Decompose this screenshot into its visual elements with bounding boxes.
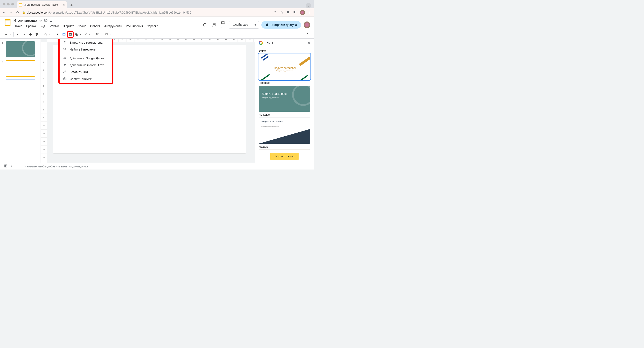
maximize-window[interactable]	[11, 3, 14, 5]
theme-card-model[interactable]	[259, 150, 310, 150]
menu-format[interactable]: Формат	[62, 23, 76, 29]
redo-button[interactable]: ↷	[22, 32, 27, 37]
browser-tab[interactable]: Итоги месяца - Google Презе ×	[17, 1, 67, 8]
select-tool[interactable]	[55, 32, 60, 37]
shape-dropdown[interactable]: ▼	[80, 33, 82, 35]
theme-card-perenos[interactable]: Введите заголовок Введите подзаголовок	[259, 86, 310, 112]
slide-number: 1	[2, 41, 4, 44]
comment-button[interactable]	[95, 32, 100, 37]
line-tool[interactable]	[83, 32, 88, 37]
filmstrip-item[interactable]: 1	[2, 41, 39, 57]
menu-insert[interactable]: Вставка	[47, 23, 61, 29]
cloud-status-icon[interactable]: ☁	[50, 19, 52, 22]
insert-image-button[interactable]	[68, 32, 73, 37]
comments-icon[interactable]	[210, 21, 217, 28]
lock-icon	[266, 23, 269, 26]
menu-bar: Файл Правка Вид Вставка Формат Слайд Объ…	[14, 23, 201, 29]
filmstrip: 1 2	[0, 39, 41, 163]
lock-icon[interactable]: 🔒	[22, 11, 25, 14]
extensions-icon[interactable]	[286, 10, 290, 15]
menu-label: Найти в Интернете	[70, 48, 96, 51]
toolbar: +▼ ↶ ↷ ▼ ▼ ▼ PV▼ ⌃	[0, 30, 314, 39]
star-icon[interactable]: ☆	[39, 19, 42, 22]
background-dropdown[interactable]: ▼	[109, 33, 111, 35]
new-slide-button[interactable]: +	[3, 32, 9, 37]
menu-help[interactable]: Справка	[145, 23, 160, 29]
theme-card-impulse[interactable]: Введите заголовок Введите подзаголовок	[259, 118, 310, 144]
address-bar[interactable]: 🔒 docs.google.com/presentation/d/1-qp78z…	[22, 11, 271, 14]
svg-point-7	[64, 48, 66, 50]
grid-view-icon[interactable]	[4, 164, 8, 168]
minimize-window[interactable]	[7, 3, 10, 5]
shape-tool[interactable]	[74, 32, 79, 37]
background-button[interactable]: PV	[104, 32, 109, 37]
document-title[interactable]: Итоги месяца	[14, 18, 37, 23]
new-tab-button[interactable]: +	[68, 2, 74, 8]
forward-button[interactable]: →	[9, 11, 13, 14]
zoom-dropdown[interactable]: ▼	[49, 33, 51, 35]
browser-menu-icon[interactable]: ⋮	[308, 10, 312, 14]
line-dropdown[interactable]: ▼	[89, 33, 91, 35]
upload-icon	[63, 40, 67, 44]
bookmark-icon[interactable]: ☆	[280, 10, 283, 14]
svg-rect-11	[4, 166, 6, 167]
import-theme-button[interactable]: Импорт темы	[270, 153, 298, 160]
browser-toolbar: ← → ⟳ 🔒 docs.google.com/presentation/d/1…	[0, 8, 314, 17]
menu-take-photo[interactable]: Сделать снимок	[60, 75, 112, 82]
menu-file[interactable]: Файл	[14, 23, 24, 29]
history-icon[interactable]	[201, 21, 208, 28]
speaker-notes-placeholder[interactable]: Нажмите, чтобы добавить заметки докладчи…	[24, 165, 88, 168]
slide-thumbnail[interactable]	[6, 60, 35, 77]
vertical-ruler[interactable]: 1234567891011121314	[41, 42, 47, 163]
account-avatar[interactable]	[304, 21, 310, 28]
undo-button[interactable]: ↶	[15, 32, 21, 37]
explore-icon[interactable]: ‹	[11, 164, 12, 168]
tab-title: Итоги месяца - Google Презе	[24, 3, 58, 6]
menu-search-web[interactable]: Найти в Интернете	[60, 46, 112, 53]
back-button[interactable]: ←	[2, 11, 6, 14]
svg-point-0	[45, 33, 46, 35]
close-tab-icon[interactable]: ×	[63, 3, 65, 6]
menu-upload-computer[interactable]: Загрузить с компьютера	[60, 39, 112, 46]
search-icon	[63, 47, 67, 51]
new-slide-dropdown[interactable]: ▼	[9, 33, 11, 35]
svg-rect-9	[4, 165, 6, 166]
theme-card-focus[interactable]: Введите заголовок Введите подзаголовок	[259, 54, 310, 80]
paint-format-button[interactable]	[34, 32, 40, 37]
browser-tab-strip: Итоги месяца - Google Презе × + ⌄	[0, 0, 314, 8]
textbox-tool[interactable]	[61, 32, 67, 37]
present-button[interactable]: Слайд-шоу	[229, 21, 252, 29]
close-window[interactable]	[3, 3, 6, 5]
menu-google-drive[interactable]: Добавить с Google Диска	[60, 55, 112, 62]
menu-view[interactable]: Вид	[38, 23, 47, 29]
menu-insert-url[interactable]: Вставить URL	[60, 68, 112, 75]
theme-preview-sub: Введите подзаголовок	[259, 70, 310, 72]
share-page-icon[interactable]	[274, 10, 277, 15]
move-folder-icon[interactable]	[44, 18, 48, 22]
slide-thumbnail[interactable]	[6, 41, 35, 57]
collapse-toolbar-icon[interactable]: ⌃	[305, 32, 310, 37]
menu-tools[interactable]: Инструменты	[102, 23, 124, 29]
filmstrip-item[interactable]: 2	[2, 60, 39, 77]
close-panel-icon[interactable]: ✕	[308, 41, 310, 45]
share-button[interactable]: Настройки Доступа	[261, 21, 301, 29]
reload-button[interactable]: ⟳	[16, 10, 20, 14]
slides-logo-icon[interactable]	[3, 18, 12, 27]
menu-google-photos[interactable]: Добавить из Google Фото	[60, 62, 112, 68]
theme-name: Перенос	[259, 81, 310, 84]
print-button[interactable]	[28, 32, 33, 37]
menu-object[interactable]: Объект	[88, 23, 102, 29]
menu-slide[interactable]: Слайд	[76, 23, 88, 29]
photos-icon	[63, 63, 67, 67]
present-dropdown[interactable]: ▼	[252, 21, 259, 29]
menu-extensions[interactable]: Расширения	[124, 23, 144, 29]
meet-icon[interactable]: ▼	[220, 19, 226, 30]
tab-overflow-icon[interactable]: ⌄	[306, 3, 311, 8]
zoom-button[interactable]	[43, 32, 48, 37]
svg-point-8	[64, 78, 65, 79]
side-panel-icon[interactable]	[293, 10, 296, 15]
profile-avatar-icon[interactable]	[300, 10, 305, 15]
url-domain: docs.google.com	[27, 11, 49, 14]
menu-edit[interactable]: Правка	[24, 23, 38, 29]
theme-preview-title: Введите заголовок	[259, 66, 310, 69]
